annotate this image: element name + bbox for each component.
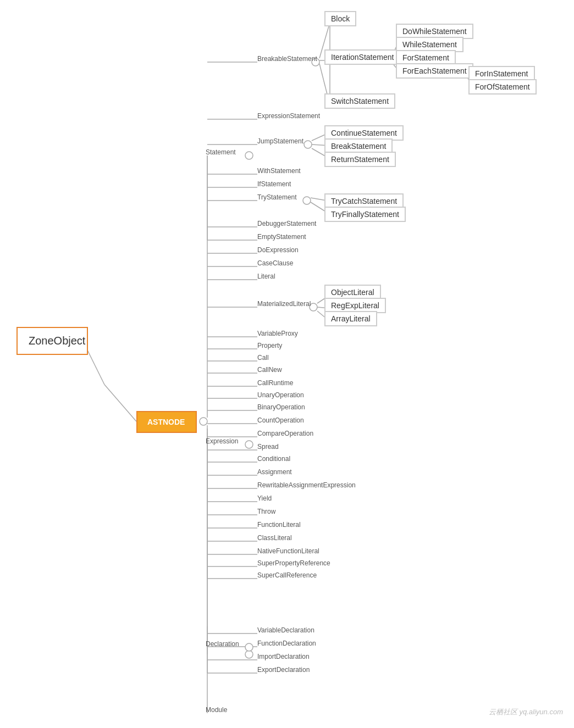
property-label: Property	[257, 342, 282, 349]
compare-operation-label: CompareOperation	[257, 430, 313, 437]
unary-operation-label: UnaryOperation	[257, 391, 304, 399]
callnew-label: CallNew	[257, 366, 282, 374]
callruntime-label: CallRuntime	[257, 379, 293, 387]
svg-point-2	[200, 418, 207, 425]
svg-point-33	[304, 141, 312, 148]
case-clause-label: CaseClause	[257, 259, 293, 267]
debugger-statement-label: DebuggerStatement	[257, 220, 316, 227]
export-declaration-label: ExportDeclaration	[257, 666, 310, 674]
native-function-literal-label: NativeFunctionLiteral	[257, 547, 319, 555]
spread-label: Spread	[257, 443, 279, 451]
svg-point-73	[245, 651, 253, 658]
block-label: Block	[324, 11, 356, 26]
materialized-literal-label: MaterializedLiteral	[257, 300, 311, 308]
declaration-label: Declaration	[206, 640, 239, 648]
class-literal-label: ClassLiteral	[257, 534, 292, 542]
diagram-container: ZoneObject ASTNODE Statement Expression …	[0, 0, 574, 728]
if-statement-label: IfStatement	[257, 180, 291, 188]
watermark: 云栖社区 yq.aliyun.com	[489, 707, 563, 717]
function-literal-label: FunctionLiteral	[257, 521, 301, 529]
astnode-label: ASTNODE	[147, 418, 185, 426]
tryfinally-statement-label: TryFinallyStatement	[324, 207, 406, 222]
function-declaration-label: FunctionDeclaration	[257, 640, 316, 647]
switch-statement-label: SwitchStatement	[324, 93, 395, 109]
expression-statement-label: ExpressionStatement	[257, 112, 320, 120]
rewritable-assignment-label: RewritableAssignmentExpression	[257, 481, 356, 489]
do-expression-label: DoExpression	[257, 246, 299, 254]
empty-statement-label: EmptyStatement	[257, 233, 306, 241]
super-property-reference-label: SuperPropertyReference	[257, 559, 330, 567]
svg-line-1	[104, 385, 136, 421]
svg-point-79	[245, 643, 253, 651]
zoneobject-label: ZoneObject	[29, 335, 85, 347]
svg-point-38	[303, 197, 311, 204]
jump-statement-label: JumpStatement	[257, 137, 303, 145]
throw-label: Throw	[257, 508, 275, 515]
iteration-statement-label: IterationStatement	[324, 49, 400, 65]
count-operation-label: CountOperation	[257, 416, 304, 424]
yield-label: Yield	[257, 494, 272, 502]
forof-statement-label: ForOfStatement	[468, 79, 537, 95]
try-statement-label: TryStatement	[257, 193, 297, 201]
svg-point-67	[245, 441, 253, 448]
call-label: Call	[257, 354, 269, 362]
connector-lines	[0, 0, 574, 728]
variable-proxy-label: VariableProxy	[257, 330, 298, 337]
breakable-statement-label: BreakableStatement	[257, 55, 317, 63]
import-declaration-label: ImportDeclaration	[257, 653, 310, 660]
expression-label: Expression	[206, 437, 238, 445]
super-call-reference-label: SuperCallReference	[257, 571, 317, 579]
return-statement-label: ReturnStatement	[324, 152, 396, 167]
array-literal-label: ArrayLiteral	[324, 311, 377, 326]
variable-declaration-label: VariableDeclaration	[257, 626, 314, 634]
astnode-node: ASTNODE	[136, 411, 197, 433]
assignment-label: Assignment	[257, 468, 292, 476]
module-label: Module	[206, 706, 227, 714]
svg-point-78	[245, 152, 253, 159]
zoneobject-node: ZoneObject	[16, 327, 88, 355]
conditional-label: Conditional	[257, 455, 290, 463]
binary-operation-label: BinaryOperation	[257, 403, 305, 411]
literal-label: Literal	[257, 273, 275, 280]
statement-label: Statement	[206, 148, 236, 156]
with-statement-label: WithStatement	[257, 167, 301, 175]
foreach-statement-label: ForEachStatement	[396, 63, 473, 79]
